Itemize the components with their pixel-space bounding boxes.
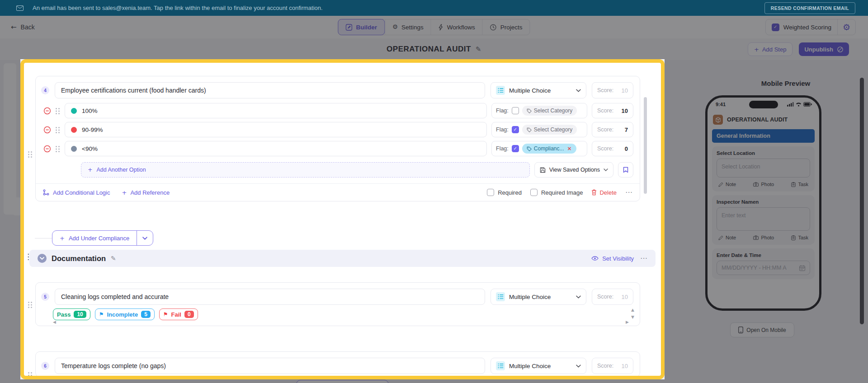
banner-message: An email has been sent to sales@xenia.te… (33, 5, 323, 11)
scroll-left-icon[interactable]: ◀ (53, 320, 56, 324)
section-title: Documentation (52, 254, 106, 263)
edit-section-icon[interactable]: ✎ (111, 255, 116, 262)
set-visibility-button[interactable]: Set Visibility (591, 255, 634, 262)
option-row: 100% Flag: Select Category Score: 10 (36, 101, 640, 120)
option-label-input[interactable]: 90-99% (65, 122, 487, 137)
response-type-select[interactable]: Multiple Choice (491, 358, 586, 374)
collapse-section-button[interactable] (38, 254, 47, 263)
option-score-box[interactable]: Score: 7 (592, 122, 633, 137)
option-flag-box: Flag: ✓ Complianc... × (491, 141, 587, 156)
response-type-select[interactable]: Multiple Choice (491, 289, 586, 305)
plus-icon: + (122, 190, 127, 196)
confirmation-banner: An email has been sent to sales@xenia.te… (0, 0, 868, 16)
more-options-icon[interactable]: ⋯ (625, 189, 632, 196)
option-row: <90% Flag: ✓ Complianc... × (36, 139, 640, 158)
drag-handle-icon[interactable] (56, 107, 60, 114)
multiple-choice-icon (496, 86, 505, 95)
option-score-box[interactable]: Score: 0 (592, 141, 633, 156)
question-card-5: 5 Cleaning logs completed and accurate M… (35, 282, 640, 326)
multiple-choice-icon (496, 292, 505, 301)
scroll-down-icon[interactable]: ▼ (631, 315, 634, 319)
flag-checkbox[interactable] (512, 107, 519, 114)
tag-icon (527, 146, 532, 151)
chevron-down-icon (40, 257, 44, 260)
scroll-up-icon[interactable]: ▲ (631, 308, 634, 312)
question-score-box[interactable]: Score: 10 (592, 358, 633, 374)
select-category-pill[interactable]: Select Category (522, 106, 577, 116)
incomplete-badge[interactable]: ⚑ Incomplete 5 (95, 308, 155, 320)
delete-question-button[interactable]: Delete (591, 189, 617, 196)
question-score-box[interactable]: Score: 10 (592, 82, 633, 98)
flag-icon: ⚑ (163, 312, 168, 317)
view-saved-options-button[interactable]: View Saved Options (534, 162, 613, 177)
question-number-badge: 4 (41, 86, 49, 94)
drag-handle-icon[interactable] (56, 145, 60, 152)
option-label-input[interactable]: <90% (65, 141, 487, 156)
fail-badge[interactable]: ⚑ Fail 0 (159, 308, 198, 320)
add-under-compliance-button[interactable]: + Add Under Compliance (52, 230, 153, 246)
multiple-choice-icon (496, 361, 505, 370)
required-image-checkbox[interactable] (530, 189, 538, 196)
option-flag-box: Flag: ✓ Select Category (491, 122, 587, 137)
question-title-input[interactable]: Employee certifications current (food ha… (55, 82, 485, 98)
option-flag-box: Flag: Select Category (491, 103, 587, 118)
tour-dim-overlay (665, 59, 868, 379)
chevron-down-icon (576, 89, 581, 92)
scroll-right-icon[interactable]: ▶ (626, 320, 629, 324)
remove-category-icon[interactable]: × (567, 146, 572, 151)
question-drag-handle[interactable] (28, 372, 33, 378)
flag-label: Flag: (496, 107, 509, 114)
pass-badge[interactable]: Pass 10 (53, 308, 90, 320)
add-another-option-button[interactable]: + Add Another Option (81, 162, 530, 177)
question-number-badge: 5 (41, 293, 49, 301)
eye-icon (591, 256, 599, 261)
chevron-down-icon (142, 237, 147, 240)
required-toggle[interactable]: Required (487, 189, 522, 196)
resend-confirmation-button[interactable]: RESEND CONFIRMATION EMAIL (764, 2, 855, 14)
remove-option-button[interactable] (43, 107, 51, 115)
add-conditional-logic-button[interactable]: Add Conditional Logic (43, 189, 110, 196)
response-type-select[interactable]: Multiple Choice (491, 82, 586, 98)
question-number-badge: 6 (41, 362, 49, 370)
drag-handle-icon[interactable] (56, 126, 60, 133)
tag-icon (527, 127, 532, 132)
tour-spotlight-builder: 4 Employee certifications current (food … (20, 59, 665, 379)
chevron-down-icon (576, 364, 581, 368)
branch-icon (43, 189, 49, 196)
builder-scrollbar[interactable] (644, 97, 647, 194)
option-label-input[interactable]: 100% (65, 103, 487, 118)
question-drag-handle[interactable] (28, 151, 33, 158)
chevron-down-icon (576, 295, 581, 299)
option-color-dot (71, 108, 77, 114)
question-score-box[interactable]: Score: 10 (592, 289, 633, 305)
option-color-dot (71, 146, 77, 152)
required-image-toggle[interactable]: Required Image (530, 189, 583, 196)
flag-checkbox[interactable]: ✓ (512, 145, 519, 152)
remove-option-button[interactable] (43, 126, 51, 134)
section-more-options-icon[interactable]: ⋯ (640, 255, 647, 262)
response-type-value: Multiple Choice (509, 87, 551, 94)
plus-icon: + (88, 167, 92, 173)
question-title-input[interactable]: Cleaning logs completed and accurate (55, 289, 485, 305)
bookmark-icon (623, 167, 628, 173)
question-card-6: 6 Temperature logs complete (no gaps) Mu… (35, 351, 640, 377)
required-checkbox[interactable] (487, 189, 494, 196)
option-score-box[interactable]: Score: 10 (592, 103, 633, 118)
bookmark-button[interactable] (618, 162, 633, 177)
category-pill-compliance[interactable]: Complianc... × (522, 144, 576, 154)
select-category-pill[interactable]: Select Category (522, 125, 577, 135)
section-header-documentation: Documentation ✎ Set Visibility ⋯ (29, 250, 656, 267)
flag-icon: ⚑ (99, 312, 104, 317)
question-drag-handle[interactable] (28, 301, 33, 308)
connector-line (35, 238, 52, 238)
save-icon (540, 167, 546, 173)
add-reference-button[interactable]: + Add Reference (122, 189, 170, 196)
flag-label: Flag: (496, 126, 509, 133)
option-color-dot (71, 127, 77, 133)
flag-checkbox[interactable]: ✓ (512, 126, 519, 133)
trash-icon (591, 189, 597, 196)
envelope-icon (16, 5, 24, 11)
remove-option-button[interactable] (43, 145, 51, 153)
add-under-dropdown-toggle[interactable] (137, 231, 153, 245)
question-title-input[interactable]: Temperature logs complete (no gaps) (55, 358, 485, 374)
